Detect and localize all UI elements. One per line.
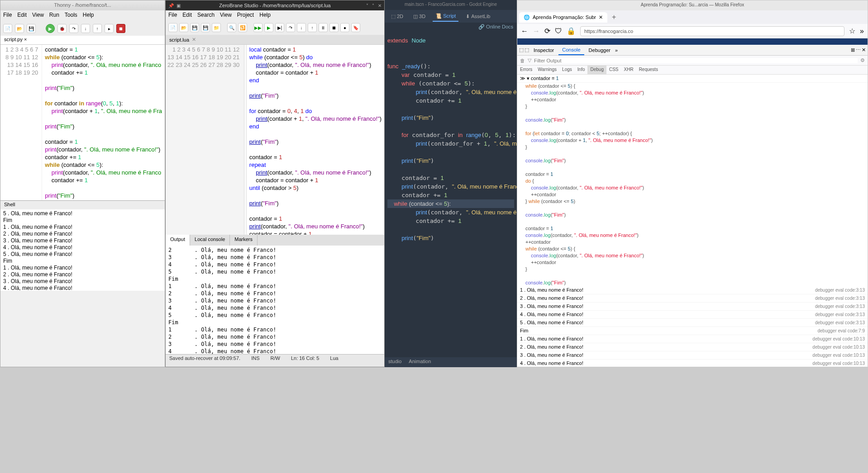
cat-errors[interactable]: Errors	[517, 66, 535, 74]
saveall-icon[interactable]: 💾	[201, 23, 210, 32]
dt-more-icon[interactable]: ⋯	[856, 47, 861, 53]
open-icon[interactable]: 📂	[179, 23, 188, 32]
replace-icon[interactable]: 🔁	[238, 23, 247, 32]
picker-icon[interactable]: ⬚	[525, 47, 529, 53]
tab-localconsole[interactable]: Local console	[190, 235, 230, 246]
dt-close-icon[interactable]: ✕	[862, 47, 866, 53]
cat-requests[interactable]: Requests	[636, 66, 661, 74]
menu-search[interactable]: Search	[197, 12, 215, 19]
thonny-titlebar[interactable]: Thonny - /home/franco/t...	[0, 0, 165, 10]
minimize-icon[interactable]: ˅	[366, 3, 368, 8]
step-icon[interactable]: ↷	[286, 23, 295, 32]
more-tabs-icon[interactable]: »	[615, 47, 618, 53]
responsive-icon[interactable]: ⬚	[519, 47, 524, 53]
save-file-icon[interactable]: 💾	[27, 24, 36, 33]
menu-edit[interactable]: Edit	[17, 12, 27, 20]
pin-icon[interactable]: 📌	[168, 3, 174, 8]
step-in-icon[interactable]: ↓	[297, 23, 306, 32]
python-editor[interactable]: 1 2 3 4 5 6 7 8 9 10 11 12 13 14 15 16 1…	[0, 45, 165, 200]
cat-css[interactable]: CSS	[606, 66, 621, 74]
debug-start-icon[interactable]: ▶|	[275, 23, 284, 32]
url-bar[interactable]: https://francogarcia.co	[580, 26, 844, 36]
shield-icon[interactable]: 🛡	[555, 27, 562, 35]
step-over-icon[interactable]: ↷	[69, 24, 78, 33]
menu-run[interactable]: Run	[49, 12, 59, 20]
run-icon[interactable]: ▶▶	[253, 23, 262, 32]
reload-icon[interactable]: ⟳	[544, 27, 550, 35]
resume-icon[interactable]: ▸	[105, 24, 114, 33]
tab-debugger[interactable]: Debugger	[585, 46, 614, 55]
tab-2d[interactable]: ⬚2D	[388, 12, 406, 21]
open-file-icon[interactable]: 📂	[15, 24, 24, 33]
settings-icon[interactable]: ⚙	[860, 57, 865, 63]
zb-titlebar[interactable]: 📌▣ ZeroBrane Studio - /home/franco/tmp/l…	[166, 0, 384, 10]
projdir-icon[interactable]: 📁	[212, 23, 221, 32]
trash-icon[interactable]: 🗑	[520, 58, 525, 63]
menu-tools[interactable]: Tools	[65, 12, 77, 20]
tab-close-icon[interactable]: ✕	[192, 37, 196, 43]
menu-project[interactable]: Project	[237, 12, 254, 19]
menu-edit[interactable]: Edit	[182, 12, 192, 19]
tab-script[interactable]: 📜Script	[433, 11, 458, 22]
tab-studio[interactable]: studio	[388, 359, 401, 366]
menu-file[interactable]: File	[3, 12, 12, 20]
cat-logs[interactable]: Logs	[559, 66, 575, 74]
filter-input[interactable]	[534, 58, 858, 63]
godot-titlebar[interactable]: main.tscn - FrancoGarcia.com - Godot Eng…	[385, 0, 517, 10]
step-out-icon[interactable]: ↑	[93, 24, 102, 33]
tab-3d[interactable]: ◫3D	[410, 12, 428, 21]
stop-icon[interactable]: ⏹	[116, 24, 125, 33]
assetlib-icon: ⬇	[466, 14, 470, 19]
close-icon[interactable]: ✕	[378, 3, 382, 8]
bookmark-icon[interactable]: 🔖	[351, 23, 360, 32]
dock-icon[interactable]: ⊞	[851, 47, 855, 53]
cat-xhr[interactable]: XHR	[621, 66, 636, 74]
maximize-icon[interactable]: ˄	[372, 3, 374, 8]
menu-view[interactable]: View	[220, 12, 232, 19]
cat-warnings[interactable]: Warnings	[535, 66, 559, 74]
code-content[interactable]: contador = 1 while (contador <= 5): prin…	[42, 45, 165, 200]
online-docs-link[interactable]: 🔗 Online Docs	[478, 24, 513, 32]
code-content[interactable]: local contador = 1 while (contador <= 5)…	[247, 45, 384, 235]
step-into-icon[interactable]: ↓	[81, 24, 90, 33]
tab-inspector[interactable]: Inspector	[530, 46, 558, 55]
output-panel[interactable]: 2 . Olá, meu nome é Franco! 3 . Olá, meu…	[166, 246, 384, 354]
bookmark-icon[interactable]: ☆	[849, 27, 855, 35]
shell-tab[interactable]: Shell	[0, 200, 165, 209]
browser-tab[interactable]: 🌐Aprenda Programação: Subr✕	[519, 12, 607, 23]
new-file-icon[interactable]: 📄	[3, 24, 12, 33]
cat-info[interactable]: Info	[575, 66, 588, 74]
overflow-icon[interactable]: »	[860, 27, 864, 35]
menu-file[interactable]: File	[168, 12, 177, 19]
lua-editor[interactable]: 1 2 3 4 5 6 7 8 9 10 11 12 13 14 15 16 1…	[166, 45, 384, 235]
forward-icon[interactable]: →	[533, 27, 540, 35]
editor-tab[interactable]: script.lua✕	[166, 35, 384, 45]
find-icon[interactable]: 🔍	[227, 23, 236, 32]
gdscript-editor[interactable]: extends Node func _ready(): var contador…	[385, 33, 517, 245]
menu-help[interactable]: Help	[259, 12, 271, 19]
break-icon[interactable]: ⏸	[319, 23, 328, 32]
menu-help[interactable]: Help	[83, 12, 94, 20]
tab-console[interactable]: Console	[558, 45, 584, 55]
save-icon[interactable]: 💾	[190, 23, 199, 32]
tab-markers[interactable]: Markers	[230, 235, 258, 246]
tab-output[interactable]: Output	[166, 235, 190, 246]
tab-close-icon[interactable]: ✕	[599, 14, 603, 20]
new-icon[interactable]: 📄	[168, 23, 177, 32]
cat-debug[interactable]: Debug	[587, 66, 606, 74]
run2-icon[interactable]: ▶	[264, 23, 273, 32]
bp-icon[interactable]: ●	[340, 23, 349, 32]
run-icon[interactable]: ▶	[46, 24, 55, 33]
console-output[interactable]: ≫ ▾ contador = 1 while (contador <= 5) {…	[517, 75, 868, 367]
back-icon[interactable]: ←	[521, 27, 528, 35]
step-out-icon[interactable]: ↑	[308, 23, 317, 32]
new-tab-button[interactable]: +	[607, 13, 620, 21]
menu-view[interactable]: View	[32, 12, 44, 20]
stop-icon[interactable]: ⏹	[329, 23, 339, 32]
tab-assetlib[interactable]: ⬇AssetLib	[463, 12, 493, 21]
shell-output[interactable]: 5 . Olá, meu nome é Franco! Fim 1 . Olá,…	[0, 209, 165, 291]
editor-tab[interactable]: script.py ×	[0, 36, 165, 45]
debug-icon[interactable]: 🐞	[57, 24, 67, 33]
tab-animation[interactable]: Animation	[409, 359, 431, 366]
ff-titlebar[interactable]: Aprenda Programação: Su...arcia — Mozill…	[517, 0, 868, 10]
